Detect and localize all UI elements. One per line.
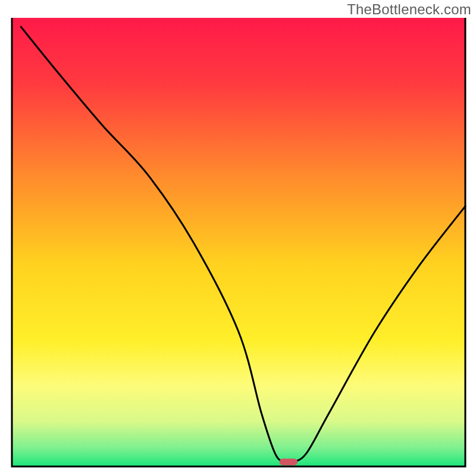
optimal-marker (280, 459, 298, 465)
bottleneck-chart (0, 0, 476, 476)
chart-container: { "watermark": "TheBottleneck.com", "cha… (0, 0, 476, 476)
chart-background (12, 18, 465, 466)
watermark-text: TheBottleneck.com (347, 1, 471, 18)
